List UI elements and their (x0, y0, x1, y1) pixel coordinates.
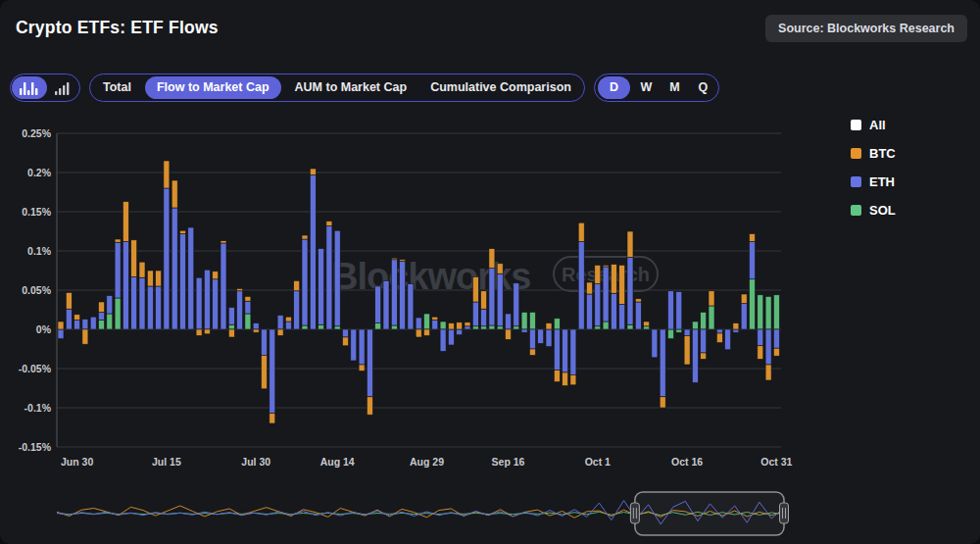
brush-handle-left[interactable] (630, 503, 639, 523)
bar-sol (375, 323, 381, 329)
bar-btc (285, 317, 291, 321)
bar-eth (99, 312, 105, 320)
bar-sol (773, 295, 779, 329)
bar-btc (220, 241, 226, 243)
svg-text:0.25%: 0.25% (22, 127, 51, 139)
legend-item-btc[interactable]: BTC (851, 143, 896, 164)
bar-eth (82, 320, 88, 329)
chart-type-ascending-bars-button[interactable] (47, 76, 78, 99)
legend-item-eth[interactable]: ETH (851, 172, 896, 192)
bar-btc (595, 265, 601, 283)
bar-btc (497, 264, 503, 273)
bar-btc (684, 335, 690, 365)
bar-btc (139, 262, 145, 277)
bar-btc (270, 414, 275, 423)
bar-eth (164, 188, 170, 329)
bar-btc (758, 346, 763, 360)
bar-eth (334, 230, 340, 326)
view-tab-flow-to-market-cap[interactable]: Flow to Market Cap (145, 76, 281, 99)
bar-eth (359, 329, 365, 365)
frequency-tab-q[interactable]: Q (689, 74, 717, 101)
bar-btc (253, 329, 259, 332)
bar-eth (74, 320, 80, 329)
bar-eth (725, 329, 731, 350)
legend-label: SOL (869, 203, 896, 218)
bar-eth (270, 329, 275, 414)
legend-swatch-sol (851, 205, 861, 216)
bar-sol (107, 314, 113, 329)
bar-eth (58, 329, 64, 339)
bar-eth (603, 267, 609, 321)
bar-eth (213, 279, 219, 329)
bar-sol (115, 298, 121, 329)
bar-eth (147, 286, 153, 329)
bar-eth (448, 329, 454, 345)
bar-btc (603, 265, 609, 267)
ascending-bar-chart-icon (55, 80, 71, 96)
frequency-tab-w[interactable]: W (632, 74, 661, 101)
navigator[interactable] (57, 492, 789, 535)
bar-eth (180, 233, 186, 329)
legend-item-sol[interactable]: SOL (851, 200, 896, 221)
bar-eth (253, 323, 259, 329)
bar-btc (172, 180, 177, 208)
bar-eth (546, 329, 552, 347)
bar-btc (554, 371, 560, 382)
bar-eth (245, 301, 251, 314)
bar-eth (465, 326, 470, 329)
bar-eth (521, 329, 527, 332)
legend-item-all[interactable]: All (851, 115, 896, 135)
bar-eth (668, 291, 674, 329)
bar-eth (440, 329, 446, 351)
bar-eth (773, 329, 779, 348)
bar-sol (424, 314, 430, 329)
y-axis-labels: 0.25%0.2%0.15%0.1%0.05%0%-0.05%-0.1%-0.1… (19, 127, 52, 453)
bar-btc (432, 317, 438, 320)
bar-eth (432, 320, 438, 329)
bar-btc (570, 374, 576, 384)
bar-eth (277, 316, 283, 329)
bar-sol (521, 312, 527, 329)
bar-btc (310, 169, 316, 174)
bar-btc (245, 296, 251, 301)
bar-eth (228, 308, 234, 325)
bar-btc (302, 235, 308, 239)
bar-sol (750, 279, 756, 329)
bar-eth (196, 277, 202, 329)
bar-eth (131, 276, 137, 329)
bar-btc (465, 322, 470, 326)
bar-btc (587, 282, 593, 294)
bar-eth (587, 294, 593, 329)
brush-handle-right[interactable] (780, 503, 789, 523)
bar-chart-icon (20, 80, 39, 96)
brush-window[interactable] (635, 492, 784, 535)
bar-btc (115, 239, 121, 242)
bar-btc (99, 302, 105, 312)
svg-text:-0.15%: -0.15% (19, 441, 52, 453)
bar-btc (733, 323, 739, 329)
bar-sol (603, 321, 609, 329)
svg-text:0%: 0% (36, 323, 52, 335)
legend-label: BTC (869, 146, 896, 161)
frequency-tab-m[interactable]: M (661, 74, 689, 101)
svg-text:-0.05%: -0.05% (19, 363, 52, 374)
chart-type-bars-button[interactable] (12, 76, 47, 99)
frequency-tab-d[interactable]: D (598, 76, 630, 99)
svg-text:0.2%: 0.2% (27, 167, 52, 178)
bar-sol (709, 306, 714, 329)
bar-sol (245, 314, 251, 329)
bar-eth (497, 273, 503, 326)
bar-sol (554, 319, 560, 329)
bar-eth (481, 309, 487, 326)
view-tab-cumulative-comparison[interactable]: Cumulative Comparison (418, 74, 583, 101)
bar-btc (343, 337, 349, 346)
bar-btc (237, 288, 243, 290)
view-tab-aum-to-market-cap[interactable]: AUM to Market Cap (283, 74, 419, 101)
bar-eth (375, 286, 381, 323)
bar-btc (58, 321, 64, 329)
bar-eth (326, 225, 332, 329)
bar-btc (660, 397, 665, 408)
svg-text:Aug 29: Aug 29 (410, 456, 444, 468)
bar-eth (733, 329, 739, 332)
view-tab-total[interactable]: Total (91, 74, 143, 101)
